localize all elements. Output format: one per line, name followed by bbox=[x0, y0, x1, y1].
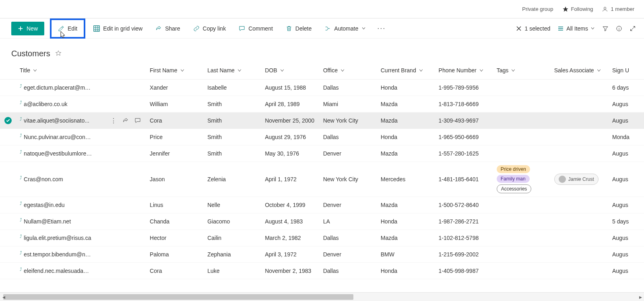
copy-link-button[interactable]: Copy link bbox=[188, 22, 231, 35]
tag-chip[interactable]: Family man bbox=[497, 175, 530, 183]
list-scroll-region[interactable]: Title First Name Last Name DOB Office Cu… bbox=[0, 61, 644, 301]
col-header-fn[interactable]: First Name bbox=[150, 67, 203, 74]
tag-chip[interactable]: Accessories bbox=[497, 184, 532, 193]
col-header-dob[interactable]: DOB bbox=[265, 67, 319, 74]
share-row-icon[interactable] bbox=[122, 117, 129, 124]
automate-button[interactable]: Automate bbox=[320, 22, 371, 35]
row-select-cell[interactable] bbox=[0, 213, 20, 230]
edit-button[interactable]: Edit bbox=[53, 22, 82, 35]
chevron-down-icon bbox=[33, 68, 37, 73]
row-cell-associate bbox=[554, 213, 612, 230]
row-cell-tags: Price drivenFamily manAccessories bbox=[497, 162, 554, 197]
delete-button[interactable]: Delete bbox=[281, 22, 316, 35]
following-indicator[interactable]: Following bbox=[562, 6, 593, 12]
row-title-cell[interactable]: ⤴Cras@non.com bbox=[20, 162, 150, 197]
favorite-toggle[interactable] bbox=[55, 50, 62, 57]
row-cell-dob: October 4, 1999 bbox=[265, 197, 323, 213]
row-cell-phone: 1-309-493-9697 bbox=[439, 113, 497, 129]
expand-icon bbox=[630, 25, 636, 32]
col-header-assoc[interactable]: Sales Associate bbox=[554, 67, 608, 74]
table-row[interactable]: ⤴natoque@vestibulumlorem.eduJenniferSmit… bbox=[0, 145, 644, 162]
table-row[interactable]: ⤴Cras@non.comJasonZeleniaApril 1, 1972Ne… bbox=[0, 162, 644, 197]
link-indicator-icon: ⤴ bbox=[20, 149, 22, 154]
tag-chip[interactable]: Price driven bbox=[497, 165, 530, 173]
row-title-cell[interactable]: ⤴natoque@vestibulumlorem.edu bbox=[20, 145, 150, 162]
row-title-cell[interactable]: ⤴eget.dictum.placerat@mattis.ca bbox=[20, 80, 150, 96]
col-header-office[interactable]: Office bbox=[323, 67, 377, 74]
row-select-cell[interactable] bbox=[0, 129, 20, 145]
scroll-right-arrow[interactable]: ▸ bbox=[637, 294, 644, 300]
row-select-cell[interactable] bbox=[0, 197, 20, 213]
table-row[interactable]: ⤴vitae.aliquet@sociisnato...⋮CoraSmithNo… bbox=[0, 113, 644, 129]
row-cell-office: Dallas bbox=[323, 230, 381, 246]
share-button[interactable]: Share bbox=[151, 22, 185, 35]
row-title-cell[interactable]: ⤴egestas@in.edu bbox=[20, 197, 150, 213]
table-row[interactable]: ⤴egestas@in.eduLinusNelleOctober 4, 1999… bbox=[0, 197, 644, 213]
row-select-cell[interactable] bbox=[0, 145, 20, 162]
row-cell-office: Denver bbox=[323, 145, 381, 162]
row-cell-associate bbox=[554, 230, 612, 246]
clear-selection[interactable]: 1 selected bbox=[516, 25, 550, 32]
scroll-left-arrow[interactable]: ◂ bbox=[0, 294, 7, 300]
link-indicator-icon: ⤴ bbox=[20, 217, 22, 222]
row-select-cell[interactable] bbox=[0, 246, 20, 263]
table-row[interactable]: ⤴eget.dictum.placerat@mattis.caXanderIsa… bbox=[0, 80, 644, 96]
chevron-down-icon bbox=[237, 68, 242, 73]
col-header-title[interactable]: Title bbox=[20, 67, 146, 74]
more-commands[interactable]: ··· bbox=[374, 24, 389, 33]
col-header-brand[interactable]: Current Brand bbox=[381, 67, 435, 74]
col-header-ln[interactable]: Last Name bbox=[207, 67, 261, 74]
col-header-phone[interactable]: Phone Number bbox=[439, 67, 493, 74]
table-row[interactable]: ⤴ligula.elit.pretium@risus.caHectorCaili… bbox=[0, 230, 644, 246]
row-title-cell[interactable]: ⤴Nullam@Etiam.net bbox=[20, 213, 150, 230]
table-row[interactable]: ⤴est.tempor.bibendum@neccursusa.comPalom… bbox=[0, 246, 644, 263]
row-select-cell[interactable] bbox=[0, 263, 20, 279]
table-row[interactable]: ⤴a@aclibero.co.ukWilliamSmithApril 28, 1… bbox=[0, 96, 644, 113]
row-cell-ln: Smith bbox=[207, 113, 265, 129]
scroll-thumb[interactable] bbox=[3, 294, 353, 300]
comment-button[interactable]: Comment bbox=[234, 22, 278, 35]
filter-button[interactable] bbox=[602, 25, 609, 32]
row-cell-signup: Augus bbox=[612, 197, 644, 213]
row-title-cell[interactable]: ⤴est.tempor.bibendum@neccursusa.com bbox=[20, 246, 150, 263]
edit-in-grid-button[interactable]: Edit in grid view bbox=[89, 22, 147, 35]
horizontal-scrollbar[interactable]: ◂ ▸ bbox=[0, 292, 644, 301]
edit-in-grid-label: Edit in grid view bbox=[103, 25, 142, 32]
row-title-text: Nunc.pulvinar.arcu@conubianostraper.edu bbox=[24, 134, 92, 140]
row-title-cell[interactable]: ⤴a@aclibero.co.uk bbox=[20, 96, 150, 113]
row-cell-office: Dallas bbox=[323, 80, 381, 96]
row-cell-brand: Mazda bbox=[381, 113, 439, 129]
row-cell-brand: BMW bbox=[381, 246, 439, 263]
row-title-cell[interactable]: ⤴eleifend.nec.malesuada@atrisus.ca bbox=[20, 263, 150, 279]
row-cell-brand: Mazda bbox=[381, 145, 439, 162]
person-chip[interactable]: Jamie Crust bbox=[554, 174, 599, 185]
share-label: Share bbox=[165, 25, 180, 32]
table-row[interactable]: ⤴eleifend.nec.malesuada@atrisus.caCoraLu… bbox=[0, 263, 644, 279]
row-select-cell[interactable] bbox=[0, 113, 20, 129]
info-button[interactable] bbox=[616, 25, 622, 32]
row-title-cell[interactable]: ⤴Nunc.pulvinar.arcu@conubianostraper.edu bbox=[20, 129, 150, 145]
edit-button-label: Edit bbox=[68, 25, 77, 32]
row-more-icon[interactable]: ⋮ bbox=[110, 117, 117, 125]
new-button[interactable]: New bbox=[11, 22, 44, 35]
table-row[interactable]: ⤴Nullam@Etiam.netChandaGiacomoAugust 4, … bbox=[0, 213, 644, 230]
row-select-cell[interactable] bbox=[0, 162, 20, 197]
table-row[interactable]: ⤴Nunc.pulvinar.arcu@conubianostraper.edu… bbox=[0, 129, 644, 145]
view-selector[interactable]: All Items bbox=[557, 25, 595, 32]
expand-button[interactable] bbox=[630, 25, 636, 32]
selected-label: 1 selected bbox=[524, 25, 550, 32]
row-cell-brand: Mazda bbox=[381, 230, 439, 246]
col-header-tags[interactable]: Tags bbox=[497, 67, 550, 74]
row-select-cell[interactable] bbox=[0, 96, 20, 113]
automate-label: Automate bbox=[334, 25, 358, 32]
comment-row-icon[interactable] bbox=[134, 117, 141, 124]
site-header: Private group Following 1 member bbox=[0, 0, 644, 18]
row-cell-phone: 1-215-699-2002 bbox=[439, 246, 497, 263]
members-indicator[interactable]: 1 member bbox=[602, 6, 634, 12]
row-select-cell[interactable] bbox=[0, 80, 20, 96]
col-header-signup[interactable]: Sign U bbox=[612, 67, 640, 74]
row-title-cell[interactable]: ⤴vitae.aliquet@sociisnato...⋮ bbox=[20, 113, 150, 129]
highlight-box: Edit bbox=[50, 18, 85, 39]
row-select-cell[interactable] bbox=[0, 230, 20, 246]
row-title-cell[interactable]: ⤴ligula.elit.pretium@risus.ca bbox=[20, 230, 150, 246]
